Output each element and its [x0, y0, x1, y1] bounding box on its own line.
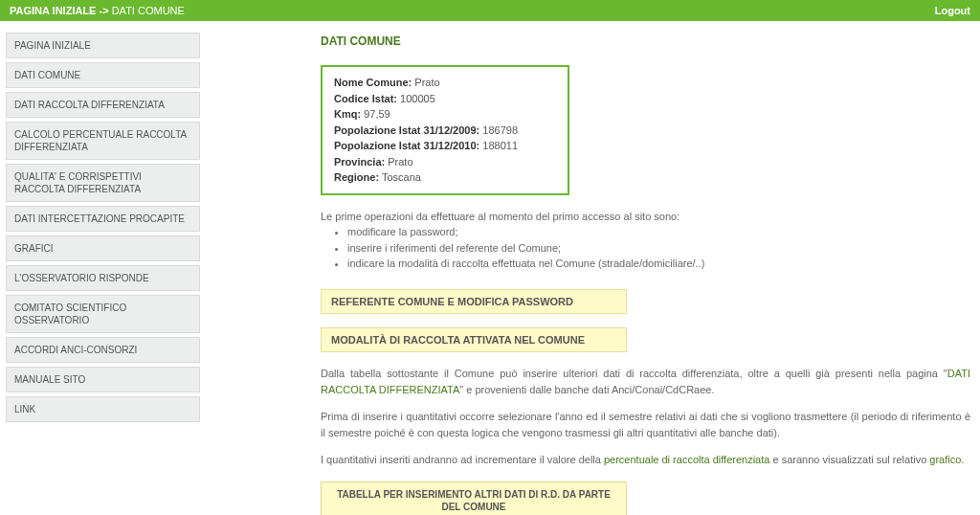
info-provincia-value: Prato	[388, 156, 412, 168]
info-kmq-value: 97,59	[364, 108, 390, 120]
sidebar-item-pagina-iniziale[interactable]: PAGINA INIZIALE	[6, 33, 200, 58]
breadcrumb-sep: ->	[100, 5, 109, 16]
logout-link[interactable]: Logout	[935, 5, 970, 16]
info-nome-comune-value: Prato	[414, 77, 439, 88]
main-content: DATI COMUNE Nome Comune: Prato Codice Is…	[206, 21, 980, 515]
sidebar-item-dati-raccolta[interactable]: DATI RACCOLTA DIFFERENZIATA	[6, 92, 200, 118]
insert-data-form: TABELLA PER INSERIMENTO ALTRI DATI DI R.…	[321, 481, 627, 515]
breadcrumb-current: DATI COMUNE	[112, 5, 185, 16]
intro-lead: Le prime operazioni da effettuare al mom…	[321, 209, 732, 225]
info-pop2010-value: 188011	[482, 140, 518, 151]
paragraph-1: Dalla tabella sottostante il Comune può …	[321, 366, 970, 399]
percentuale-link[interactable]: percentuale di raccolta differenziata	[604, 454, 769, 465]
info-codice-istat-label: Codice Istat:	[334, 93, 397, 104]
page-title: DATI COMUNE	[321, 34, 970, 48]
sidebar-item-link[interactable]: LINK	[6, 396, 200, 422]
breadcrumb: PAGINA INIZIALE -> DATI COMUNE	[10, 5, 185, 16]
paragraph-3: I quantitativi inseriti andranno ad incr…	[321, 452, 970, 469]
info-nome-comune-label: Nome Comune:	[334, 77, 412, 88]
paragraph-2: Prima di inserire i quantitativi occorre…	[321, 409, 970, 442]
info-pop2009-value: 186798	[482, 124, 518, 136]
modalita-raccolta-bar[interactable]: MODALITÀ DI RACCOLTA ATTIVATA NEL COMUNE	[321, 327, 627, 352]
info-pop2009-label: Popolazione Istat 31/12/2009:	[334, 124, 479, 136]
comune-infobox: Nome Comune: Prato Codice Istat: 100005 …	[321, 65, 569, 195]
info-codice-istat-value: 100005	[400, 93, 435, 104]
info-kmq-label: Kmq:	[334, 108, 361, 120]
intro-text: Le prime operazioni da effettuare al mom…	[321, 209, 732, 272]
grafico-link[interactable]: grafico	[929, 454, 961, 465]
sidebar-item-dati-comune[interactable]: DATI COMUNE	[6, 62, 200, 88]
sidebar-item-manuale-sito[interactable]: MANUALE SITO	[6, 367, 200, 392]
sidebar-item-accordi-anci[interactable]: ACCORDI ANCI-CONSORZI	[6, 337, 200, 363]
sidebar-item-comitato-scientifico[interactable]: COMITATO SCIENTIFICO OSSERVATORIO	[6, 295, 200, 333]
sidebar-item-dati-intercettazione[interactable]: DATI INTERCETTAZIONE PROCAPITE	[6, 206, 200, 232]
sidebar: PAGINA INIZIALE DATI COMUNE DATI RACCOLT…	[0, 21, 206, 515]
info-pop2010-label: Popolazione Istat 31/12/2010:	[334, 140, 479, 151]
breadcrumb-home[interactable]: PAGINA INIZIALE	[10, 5, 96, 16]
sidebar-item-calcolo-percentuale[interactable]: CALCOLO PERCENTUALE RACCOLTA DIFFERENZIA…	[6, 122, 200, 160]
sidebar-item-grafici[interactable]: GRAFICI	[6, 235, 200, 261]
intro-item-3: indicare la modalità di raccolta effettu…	[347, 256, 732, 272]
sidebar-item-osservatorio-risponde[interactable]: L'OSSERVATORIO RISPONDE	[6, 265, 200, 291]
form-header: TABELLA PER INSERIMENTO ALTRI DATI DI R.…	[322, 482, 627, 515]
info-provincia-label: Provincia:	[334, 156, 385, 168]
intro-item-2: inserire i riferimenti del referente del…	[347, 240, 732, 257]
sidebar-item-qualita-corrispettivi[interactable]: QUALITA' E CORRISPETTIVI RACCOLTA DIFFER…	[6, 164, 200, 202]
referente-password-bar[interactable]: REFERENTE COMUNE E MODIFICA PASSWORD	[321, 289, 627, 314]
topbar: PAGINA INIZIALE -> DATI COMUNE Logout	[0, 0, 980, 21]
info-regione-label: Regione:	[334, 171, 379, 183]
info-regione-value: Toscana	[382, 171, 421, 183]
intro-item-1: modificare la password;	[347, 224, 732, 240]
